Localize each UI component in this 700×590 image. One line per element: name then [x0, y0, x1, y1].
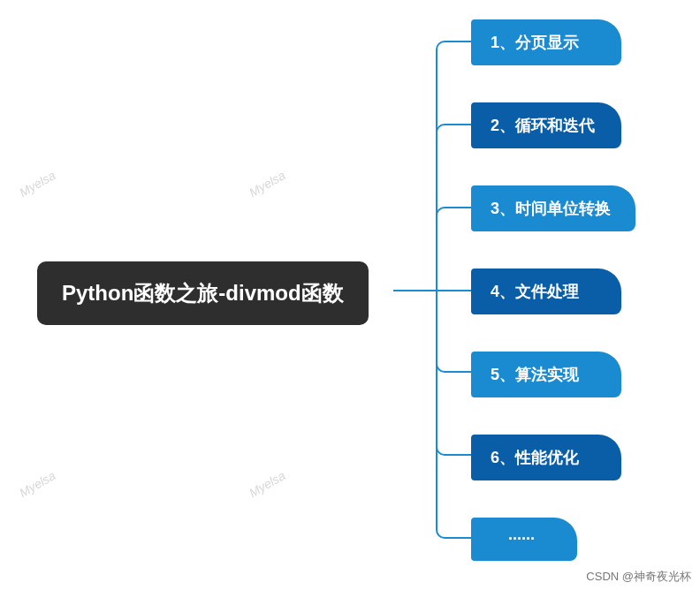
mindmap-child-7: ······ [471, 518, 577, 561]
watermark: Myelsa [17, 168, 57, 200]
mindmap-child-1: 1、分页显示 [471, 19, 621, 65]
watermark: Myelsa [17, 468, 57, 500]
child-label: 4、文件处理 [491, 283, 579, 300]
child-label: ······ [508, 530, 535, 548]
mindmap-child-5: 5、算法实现 [471, 352, 621, 397]
child-label: 6、性能优化 [491, 449, 579, 466]
mindmap-child-3: 3、时间单位转换 [471, 185, 635, 231]
mindmap-child-4: 4、文件处理 [471, 269, 621, 314]
root-title: Python函数之旅-divmod函数 [62, 281, 344, 305]
child-label: 5、算法实现 [491, 366, 579, 383]
attribution: CSDN @神奇夜光杯 [586, 569, 691, 585]
child-label: 2、循环和迭代 [491, 117, 595, 134]
mindmap-child-6: 6、性能优化 [471, 435, 621, 480]
watermark: Myelsa [247, 168, 287, 200]
watermark: Myelsa [247, 468, 287, 500]
connector-stem [393, 290, 436, 291]
child-label: 1、分页显示 [491, 34, 579, 51]
connector [436, 290, 471, 539]
connector [436, 207, 471, 291]
child-label: 3、时间单位转换 [491, 200, 611, 217]
mindmap-root: Python函数之旅-divmod函数 [37, 261, 369, 325]
mindmap-child-2: 2、循环和迭代 [471, 102, 621, 148]
